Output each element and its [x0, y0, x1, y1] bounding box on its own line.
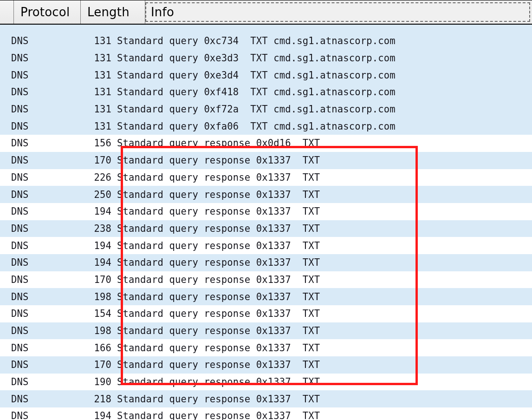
cell-info: Standard query response 0x1337 TXT	[117, 376, 320, 387]
cell-protocol: DNS	[11, 410, 52, 420]
cell-length: 170	[52, 155, 117, 166]
cell-protocol: DNS	[11, 52, 52, 64]
packet-list-header: Protocol Length Info	[0, 0, 532, 25]
cell-protocol: DNS	[11, 138, 52, 149]
table-row[interactable]: DNS190Standard query response 0x1337 TXT	[0, 374, 532, 391]
cell-info: Standard query response 0x1337 TXT	[117, 291, 320, 302]
cell-protocol: DNS	[11, 325, 52, 336]
column-header-protocol[interactable]: Protocol	[14, 0, 81, 24]
table-row[interactable]: DNS194Standard query response 0x1337 TXT	[0, 237, 532, 254]
table-row[interactable]: DNS131Standard query 0xe3d3 TXT cmd.sg1.…	[0, 50, 532, 67]
cell-length: 198	[52, 325, 117, 336]
cell-info: Standard query response 0x1337 TXT	[117, 257, 320, 268]
cell-info: Standard query response 0x1337 TXT	[117, 223, 320, 234]
cell-protocol: DNS	[11, 240, 52, 251]
cell-length: 190	[52, 376, 117, 387]
cell-protocol: DNS	[11, 394, 52, 405]
table-row[interactable]: DNS194Standard query response 0x1337 TXT	[0, 407, 532, 420]
cell-protocol: DNS	[11, 206, 52, 217]
table-row[interactable]: DNS198Standard query response 0x1337 TXT	[0, 322, 532, 340]
cell-info: Standard query response 0x1337 TXT	[117, 308, 320, 319]
table-row[interactable]: DNS156Standard query response 0x0d16 TXT	[0, 135, 532, 152]
table-row[interactable]: DNS166Standard query response 0x1337 TXT	[0, 339, 532, 356]
cell-length: 166	[52, 342, 117, 354]
column-header-length[interactable]: Length	[81, 0, 145, 24]
cell-info: Standard query response 0x1337 TXT	[117, 410, 320, 420]
cell-protocol: DNS	[11, 308, 52, 319]
cell-info: Standard query response 0x1337 TXT	[117, 359, 320, 370]
cell-info: Standard query response 0x1337 TXT	[117, 155, 320, 166]
cell-info: Standard query 0xfa06 TXT cmd.sg1.atnasc…	[117, 121, 396, 132]
cell-protocol: DNS	[11, 359, 52, 370]
table-row[interactable]: DNS198Standard query response 0x1337 TXT	[0, 288, 532, 305]
cell-info: Standard query 0xe3d4 TXT cmd.sg1.atnasc…	[117, 70, 396, 81]
cell-protocol: DNS	[11, 291, 52, 302]
cell-info: Standard query 0xe3d3 TXT cmd.sg1.atnasc…	[117, 52, 396, 64]
cell-protocol: DNS	[11, 121, 52, 132]
table-row[interactable]: DNS131Standard query 0xf418 TXT cmd.sg1.…	[0, 84, 532, 101]
cell-length: 131	[52, 35, 117, 46]
table-row[interactable]: DNS170Standard query response 0x1337 TXT	[0, 356, 532, 374]
cell-protocol: DNS	[11, 35, 52, 46]
cell-info: Standard query response 0x1337 TXT	[117, 274, 320, 285]
table-row[interactable]: DNS131Standard query 0xf72a TXT cmd.sg1.…	[0, 101, 532, 118]
cell-length: 156	[52, 138, 117, 149]
cell-info: Standard query response 0x0d16 TXT	[117, 138, 320, 149]
cell-length: 154	[52, 308, 117, 319]
cell-info: Standard query response 0x1337 TXT	[117, 189, 320, 200]
table-row[interactable]: DNS226Standard query response 0x1337 TXT	[0, 169, 532, 186]
cell-info: Standard query response 0x1337 TXT	[117, 342, 320, 354]
cell-protocol: DNS	[11, 223, 52, 234]
column-header-info[interactable]: Info	[145, 2, 530, 22]
cell-length: 170	[52, 359, 117, 370]
cell-length: 194	[52, 240, 117, 251]
cell-length: 218	[52, 394, 117, 405]
table-row[interactable]: DNS238Standard query response 0x1337 TXT	[0, 220, 532, 237]
table-row[interactable]: DNS170Standard query response 0x1337 TXT	[0, 271, 532, 289]
cell-protocol: DNS	[11, 155, 52, 166]
cell-length: 226	[52, 172, 117, 183]
cell-length: 194	[52, 257, 117, 268]
cell-info: Standard query response 0x1337 TXT	[117, 240, 320, 251]
cell-protocol: DNS	[11, 86, 52, 98]
cell-info: Standard query response 0x1337 TXT	[117, 325, 320, 336]
cell-length: 198	[52, 291, 117, 302]
cell-protocol: DNS	[11, 172, 52, 183]
cell-info: Standard query response 0x1337 TXT	[117, 206, 320, 217]
table-row[interactable]: DNS250Standard query response 0x1337 TXT	[0, 186, 532, 203]
table-row[interactable]: DNS170Standard query response 0x1337 TXT	[0, 152, 532, 169]
cell-protocol: DNS	[11, 274, 52, 285]
cell-length: 194	[52, 206, 117, 217]
cell-protocol: DNS	[11, 70, 52, 81]
table-row[interactable]: DNS194Standard query response 0x1337 TXT	[0, 254, 532, 271]
cell-info: Standard query response 0x1337 TXT	[117, 394, 320, 405]
cell-length: 131	[52, 70, 117, 81]
table-row[interactable]: DNS194Standard query response 0x1337 TXT	[0, 203, 532, 220]
table-row-partial	[0, 25, 532, 33]
cell-info: Standard query 0xf72a TXT cmd.sg1.atnasc…	[117, 104, 396, 115]
header-spacer	[0, 0, 14, 24]
cell-info: Standard query 0xc734 TXT cmd.sg1.atnasc…	[117, 35, 396, 46]
cell-length: 131	[52, 104, 117, 115]
cell-length: 250	[52, 189, 117, 200]
cell-length: 131	[52, 121, 117, 132]
table-row[interactable]: DNS218Standard query response 0x1337 TXT	[0, 390, 532, 407]
cell-protocol: DNS	[11, 376, 52, 387]
cell-length: 170	[52, 274, 117, 285]
cell-info: Standard query 0xf418 TXT cmd.sg1.atnasc…	[117, 86, 396, 98]
cell-length: 238	[52, 223, 117, 234]
cell-protocol: DNS	[11, 342, 52, 354]
cell-length: 194	[52, 410, 117, 420]
table-row[interactable]: DNS131Standard query 0xc734 TXT cmd.sg1.…	[0, 33, 532, 50]
cell-protocol: DNS	[11, 257, 52, 268]
cell-protocol: DNS	[11, 104, 52, 115]
cell-info: Standard query response 0x1337 TXT	[117, 172, 320, 183]
packet-list-body[interactable]: DNS131Standard query 0xc734 TXT cmd.sg1.…	[0, 25, 532, 420]
table-row[interactable]: DNS131Standard query 0xfa06 TXT cmd.sg1.…	[0, 118, 532, 135]
table-row[interactable]: DNS131Standard query 0xe3d4 TXT cmd.sg1.…	[0, 66, 532, 84]
table-row[interactable]: DNS154Standard query response 0x1337 TXT	[0, 305, 532, 322]
cell-length: 131	[52, 52, 117, 64]
cell-protocol: DNS	[11, 189, 52, 200]
cell-length: 131	[52, 86, 117, 98]
